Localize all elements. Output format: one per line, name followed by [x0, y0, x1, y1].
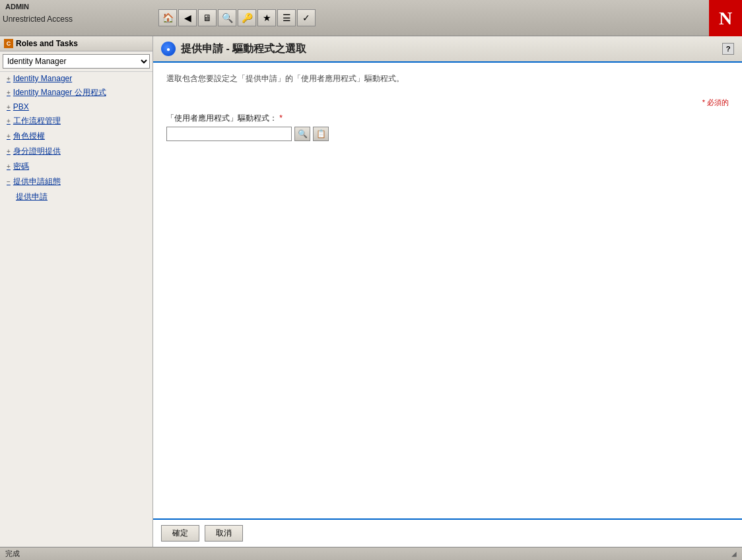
sidebar-item-identity-provision[interactable]: + 身分證明提供 [0, 144, 152, 159]
driver-field-label: 「使用者應用程式」驅動程式： * [166, 113, 729, 124]
page-icon: ● [161, 42, 176, 56]
sidebar-label-password: 密碼 [13, 161, 29, 172]
sidebar-item-workflow[interactable]: + 工作流程管理 [0, 113, 152, 129]
expand-icon-2: + [7, 89, 11, 96]
sidebar-label-provision-group: 提供申請組態 [13, 176, 61, 187]
sidebar-label-pbx: PBX [13, 102, 29, 111]
key-icon[interactable]: 🔑 [238, 9, 256, 26]
list-icon[interactable]: ☰ [277, 9, 296, 26]
sidebar-item-identity-manager[interactable]: + Identity Manager [0, 72, 152, 85]
sidebar-label-identity-manager-public: Identity Manager 公用程式 [13, 87, 106, 98]
description-text: 選取包含您要設定之「提供申請」的「使用者應用程式」驅動程式。 [166, 73, 729, 84]
driver-browse-button[interactable]: 📋 [313, 127, 329, 141]
novell-logo: N [709, 0, 742, 36]
roles-icon: C [4, 39, 13, 48]
main-layout: C Roles and Tasks Identity Manager + Ide… [0, 36, 742, 547]
expand-icon-3: + [7, 104, 11, 111]
sidebar-item-pbx[interactable]: + PBX [0, 100, 152, 113]
required-note: * 必須的 [166, 98, 729, 108]
nav-section: + Identity Manager + Identity Manager 公用… [0, 72, 152, 204]
content-header: ● 提供申請 - 驅動程式之選取 ? [153, 36, 742, 63]
dropdown-wrapper[interactable]: Identity Manager [0, 51, 152, 72]
driver-input[interactable] [166, 127, 292, 141]
toolbar: 🏠 ◀ 🖥 🔍 🔑 ★ ☰ ✓ [158, 9, 316, 26]
expand-icon-4: + [7, 117, 11, 125]
ok-button[interactable]: 確定 [161, 525, 199, 542]
top-bar: ADMIN Unrestricted Access 🏠 ◀ 🖥 🔍 🔑 ★ ☰ … [0, 0, 742, 36]
monitor-icon[interactable]: 🖥 [198, 9, 217, 26]
expand-icon-5: + [7, 133, 11, 140]
resize-handle: ◢ [731, 550, 737, 557]
identity-manager-select[interactable]: Identity Manager [3, 54, 150, 69]
required-star: * [279, 113, 283, 123]
help-button[interactable]: ? [722, 43, 734, 55]
driver-field-label-text: 「使用者應用程式」驅動程式： [166, 113, 277, 123]
expand-icon-6: + [7, 148, 11, 155]
expand-icon-7: + [7, 163, 11, 170]
page-title: 提供申請 - 驅動程式之選取 [181, 42, 306, 56]
status-text: 完成 [5, 549, 20, 559]
roles-tasks-header: C Roles and Tasks [0, 36, 152, 51]
roles-tasks-label: Roles and Tasks [16, 39, 78, 48]
content-area: ● 提供申請 - 驅動程式之選取 ? 選取包含您要設定之「提供申請」的「使用者應… [153, 36, 742, 547]
sidebar-item-provision-request[interactable]: 提供申請 [0, 189, 152, 204]
content-body: 選取包含您要設定之「提供申請」的「使用者應用程式」驅動程式。 * 必須的 「使用… [153, 63, 742, 518]
sidebar-label-identity-manager: Identity Manager [13, 74, 72, 83]
sidebar-label-provision-request: 提供申請 [16, 191, 48, 202]
home-icon[interactable]: 🏠 [158, 9, 177, 26]
sidebar-item-role-auth[interactable]: + 角色授權 [0, 129, 152, 144]
page-icon-symbol: ● [166, 46, 170, 53]
sidebar-label-identity-provision: 身分證明提供 [13, 146, 61, 157]
sidebar: C Roles and Tasks Identity Manager + Ide… [0, 36, 153, 547]
search-icon[interactable]: 🔍 [218, 9, 236, 26]
unrestricted-label: Unrestricted Access [3, 15, 73, 24]
admin-label: ADMIN [5, 3, 29, 11]
sidebar-label-workflow: 工作流程管理 [13, 115, 61, 127]
cancel-button[interactable]: 取消 [205, 525, 243, 542]
driver-search-button[interactable]: 🔍 [294, 127, 310, 141]
content-footer: 確定 取消 [153, 518, 742, 547]
sidebar-item-password[interactable]: + 密碼 [0, 159, 152, 174]
status-bar: 完成 ◢ [0, 547, 742, 560]
page-title-area: ● 提供申請 - 驅動程式之選取 [161, 42, 306, 56]
sidebar-item-provision-group[interactable]: − 提供申請組態 [0, 174, 152, 189]
driver-field-row: 🔍 📋 [166, 127, 729, 141]
sidebar-label-role-auth: 角色授權 [13, 131, 45, 142]
status-right: ◢ [731, 550, 737, 557]
sidebar-item-identity-manager-public[interactable]: + Identity Manager 公用程式 [0, 85, 152, 100]
expand-icon: + [7, 75, 11, 82]
check-icon[interactable]: ✓ [297, 9, 316, 26]
back-icon[interactable]: ◀ [178, 9, 197, 26]
collapse-icon: − [7, 178, 11, 185]
star-icon[interactable]: ★ [257, 9, 276, 26]
